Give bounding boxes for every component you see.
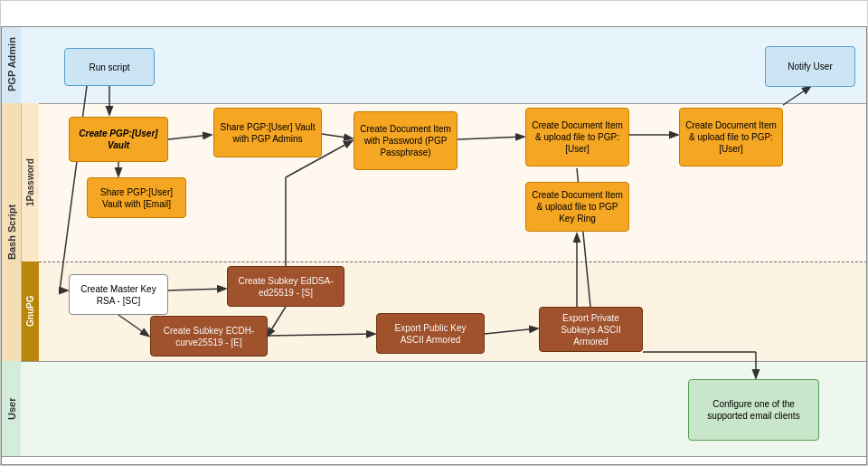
create-subkey-eddsa-box: Create Subkey EdDSA-ed25519 - [S]: [227, 266, 344, 307]
lane-pgp-admin: PGP Admin: [1, 26, 21, 103]
diagram-container: PGP Admin Bash Script User 1Password Gnu…: [0, 0, 868, 466]
notify-user-box: Notify User: [765, 46, 855, 87]
share-pgp-admins-box: Share PGP:[User] Vault with PGP Admins: [213, 108, 322, 157]
create-doc-passphrase-box: Create Document Item with Password (PGP …: [354, 111, 458, 170]
create-doc-pgp-user1-box: Create Document Item & upload file to PG…: [525, 108, 629, 166]
create-pgp-vault-box: Create PGP:[User] Vault: [69, 117, 168, 162]
export-public-key-box: Export Public Key ASCII Armored: [376, 313, 485, 354]
run-script-box: Run script: [64, 48, 155, 86]
sep-2: [1, 361, 867, 362]
sep-bottom: [1, 456, 867, 457]
dashed-sep: [39, 262, 867, 262]
sep-top: [1, 26, 867, 27]
share-pgp-email-box: Share PGP:[User] Vault with [Email]: [87, 177, 186, 218]
sep-1: [1, 103, 867, 104]
configure-email-box: Configure one of the supported email cli…: [688, 379, 819, 441]
sublane-gnupg: GnuPG: [21, 262, 39, 361]
create-master-key-box: Create Master Key RSA - [SC]: [69, 274, 168, 315]
create-subkey-ecdh-box: Create Subkey ECDH-curve25519 - [E]: [150, 316, 268, 357]
lane-bash-script: Bash Script: [1, 103, 21, 361]
create-doc-pgp-keyring-box: Create Document Item & upload file to PG…: [525, 182, 629, 232]
export-private-subkeys-box: Export Private Subkeys ASCII Armored: [539, 307, 643, 352]
sublane-1password: 1Password: [21, 103, 39, 262]
create-doc-pgp-user2-box: Create Document Item & upload file to PG…: [679, 108, 783, 166]
lane-user: User: [1, 361, 21, 456]
